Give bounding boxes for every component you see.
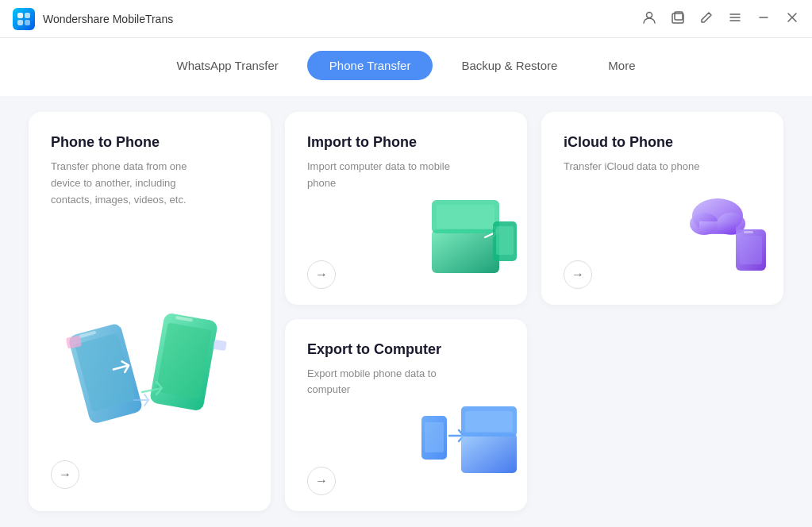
svg-rect-5 <box>672 13 683 23</box>
svg-rect-25 <box>740 236 762 264</box>
svg-rect-28 <box>425 422 444 452</box>
app-icon <box>13 8 35 30</box>
minimize-icon[interactable] <box>756 10 771 27</box>
phone-to-phone-card[interactable]: Phone to Phone Transfer phone data from … <box>29 112 271 511</box>
svg-rect-2 <box>17 20 23 25</box>
svg-rect-31 <box>465 411 513 432</box>
import-to-phone-arrow[interactable]: → <box>307 260 336 289</box>
svg-rect-14 <box>213 340 227 351</box>
export-to-computer-arrow[interactable]: → <box>307 467 336 495</box>
svg-rect-29 <box>461 433 517 473</box>
export-to-computer-title: Export to Computer <box>307 341 505 358</box>
close-icon[interactable] <box>785 10 799 27</box>
tab-more[interactable]: More <box>586 51 657 80</box>
titlebar-controls <box>642 10 799 27</box>
titlebar: Wondershare MobileTrans <box>0 0 812 38</box>
svg-point-4 <box>647 13 652 18</box>
icloud-to-phone-arrow[interactable]: → <box>564 260 592 289</box>
svg-rect-0 <box>17 13 23 18</box>
icloud-to-phone-desc: Transfer iCloud data to phone <box>564 159 722 175</box>
svg-rect-26 <box>744 231 753 233</box>
import-to-phone-title: Import to Phone <box>307 134 505 151</box>
navbar: WhatsApp Transfer Phone Transfer Backup … <box>0 38 812 96</box>
tab-backup-restore[interactable]: Backup & Restore <box>439 51 579 80</box>
main-content: Phone to Phone Transfer phone data from … <box>0 96 812 527</box>
titlebar-left: Wondershare MobileTrans <box>13 8 173 30</box>
tab-phone-transfer[interactable]: Phone Transfer <box>307 51 433 80</box>
svg-rect-3 <box>25 20 30 25</box>
svg-rect-8 <box>75 333 136 412</box>
svg-rect-23 <box>699 221 736 234</box>
menu-icon[interactable] <box>728 10 742 27</box>
phone-to-phone-desc: Transfer phone data from one device to a… <box>51 159 210 208</box>
profile-icon[interactable] <box>642 10 656 27</box>
app-title: Wondershare MobileTrans <box>43 13 173 25</box>
svg-rect-19 <box>496 226 514 255</box>
export-to-computer-card[interactable]: Export to Computer Export mobile phone d… <box>285 319 527 512</box>
phone-to-phone-title: Phone to Phone <box>51 134 248 151</box>
cards-grid: Phone to Phone Transfer phone data from … <box>29 112 783 511</box>
icloud-to-phone-card[interactable]: iCloud to Phone Transfer iCloud data to … <box>541 112 783 305</box>
phone-to-phone-arrow[interactable]: → <box>51 460 79 489</box>
svg-rect-17 <box>437 205 495 229</box>
edit-icon[interactable] <box>699 10 714 27</box>
window-icon[interactable] <box>671 10 685 27</box>
tab-whatsapp-transfer[interactable]: WhatsApp Transfer <box>154 51 300 80</box>
svg-rect-1 <box>25 13 30 18</box>
import-to-phone-card[interactable]: Import to Phone Import computer data to … <box>285 112 527 305</box>
icloud-to-phone-title: iCloud to Phone <box>564 134 761 151</box>
